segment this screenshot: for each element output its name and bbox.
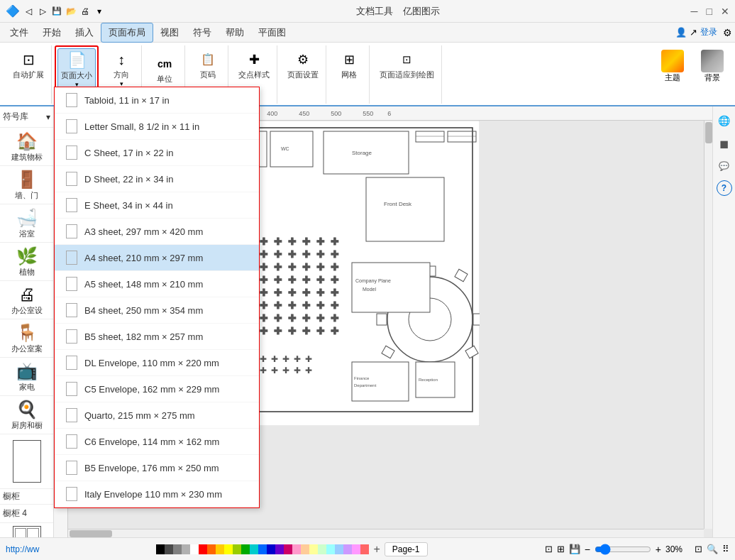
dropdown-item-letter-small[interactable]: Letter Small, 8 1/2 in × 11 in: [55, 114, 259, 140]
ribbon-btn-auto-expand[interactable]: ⊡ 自动扩展: [10, 48, 47, 82]
quick-open[interactable]: 📂: [65, 6, 77, 17]
menu-page-layout[interactable]: 页面布局: [101, 23, 153, 43]
right-panel-btn-2[interactable]: ◼: [716, 135, 733, 152]
fit-window-icon[interactable]: ⊡: [695, 544, 702, 554]
page-tab[interactable]: Page-1: [385, 542, 428, 556]
dropdown-item-c-sheet[interactable]: C Sheet, 17 in × 22 in: [55, 140, 259, 166]
close-button[interactable]: ✕: [721, 6, 729, 17]
color-cell[interactable]: [360, 544, 369, 554]
dropdown-item-b5-sheet[interactable]: B5 sheet, 182 mm × 257 mm: [55, 324, 259, 350]
color-cell[interactable]: [182, 544, 190, 554]
sidebar-item-building[interactable]: 🏠 建筑物标: [0, 128, 53, 166]
share-icon[interactable]: ↗: [690, 27, 697, 38]
color-cell[interactable]: [241, 544, 250, 554]
right-panel-btn-3[interactable]: 💬: [716, 158, 733, 175]
fit-page-icon-status[interactable]: ⊡: [545, 544, 553, 554]
dropdown-item-tabloid[interactable]: Tabloid, 11 in × 17 in: [55, 87, 259, 114]
sidebar-item-appliances[interactable]: 📺 家电: [0, 358, 53, 396]
quick-save[interactable]: 💾: [51, 6, 62, 17]
color-cell[interactable]: [326, 544, 335, 554]
scrollbar-horizontal[interactable]: [68, 529, 704, 537]
sidebar-item-wall-door[interactable]: 🚪 墙、门: [0, 166, 53, 204]
dropdown-item-b4-sheet[interactable]: B4 sheet, 250 mm × 354 mm: [55, 297, 259, 324]
color-cell[interactable]: [267, 544, 275, 554]
sidebar-item-office-equip[interactable]: 🖨 办公室设: [0, 281, 53, 319]
dropdown-item-a4-sheet[interactable]: A4 sheet, 210 mm × 297 mm: [55, 245, 259, 271]
sidebar-dropdown-icon[interactable]: ▾: [46, 112, 50, 122]
menu-view[interactable]: 视图: [153, 23, 186, 42]
scrollbar-vertical[interactable]: [704, 121, 712, 529]
ribbon-btn-page-code[interactable]: 📋 页码: [192, 48, 223, 82]
menu-floor-plan[interactable]: 平面图: [251, 23, 293, 42]
login-button[interactable]: 登录: [700, 26, 717, 38]
menu-insert[interactable]: 插入: [68, 23, 101, 42]
ribbon-btn-cross-style[interactable]: ✚ 交点样式: [236, 48, 272, 82]
color-cell[interactable]: [250, 544, 258, 554]
ribbon-btn-page-settings[interactable]: ⚙ 页面设置: [284, 48, 321, 82]
quick-undo[interactable]: ◁: [23, 6, 34, 17]
sidebar-item-plants[interactable]: 🌿 植物: [0, 243, 53, 281]
save-status-icon[interactable]: 💾: [569, 544, 580, 554]
right-panel-btn-help[interactable]: ?: [717, 180, 732, 196]
color-cell[interactable]: [233, 544, 241, 554]
color-cell[interactable]: [224, 544, 233, 554]
grid-status-icon[interactable]: ⊞: [557, 544, 565, 554]
color-cell[interactable]: [258, 544, 267, 554]
add-page-btn[interactable]: +: [373, 543, 380, 556]
login-icon[interactable]: 👤: [675, 27, 687, 38]
color-cell[interactable]: [335, 544, 343, 554]
color-cell[interactable]: [284, 544, 292, 554]
grid-dots-icon[interactable]: ⠿: [722, 544, 729, 554]
svg-text:✚: ✚: [331, 325, 339, 336]
menu-symbols[interactable]: 符号: [186, 23, 219, 42]
sidebar-item-office-furn[interactable]: 🪑 办公室案: [0, 319, 53, 358]
minimize-button[interactable]: ─: [691, 6, 698, 17]
dropdown-item-italy-envelope[interactable]: Italy Envelope 110 mm × 230 mm: [55, 481, 259, 507]
zoom-in-btn[interactable]: +: [656, 544, 661, 555]
color-cell[interactable]: [199, 544, 207, 554]
dropdown-item-e-sheet[interactable]: E Sheet, 34 in × 44 in: [55, 192, 259, 219]
quick-redo[interactable]: ▷: [37, 6, 48, 17]
color-cell[interactable]: [343, 544, 352, 554]
dropdown-item-dl-envelope[interactable]: DL Envelope, 110 mm × 220 mm: [55, 350, 259, 376]
color-cell[interactable]: [216, 544, 224, 554]
ribbon-btn-direction[interactable]: ↕ 方向 ▾: [106, 48, 137, 89]
color-cell[interactable]: [173, 544, 182, 554]
color-cell[interactable]: [318, 544, 326, 554]
dropdown-item-b5-envelope[interactable]: B5 Envelope, 176 mm × 250 mm: [55, 455, 259, 481]
menu-help[interactable]: 帮助: [219, 23, 251, 42]
sidebar-item-bathroom[interactable]: 🛁 浴室: [0, 204, 53, 243]
menu-start[interactable]: 开始: [35, 23, 68, 42]
color-cell[interactable]: [309, 544, 318, 554]
sidebar-item-kitchen[interactable]: 🍳 厨房和橱: [0, 396, 53, 434]
theme-button[interactable]: 主题: [656, 48, 690, 84]
color-cell[interactable]: [352, 544, 360, 554]
right-panel-btn-1[interactable]: 🌐: [716, 112, 733, 129]
dropdown-item-a5-sheet[interactable]: A5 sheet, 148 mm × 210 mm: [55, 271, 259, 297]
color-cell[interactable]: [292, 544, 301, 554]
quick-print[interactable]: 🖨: [79, 6, 91, 17]
menu-file[interactable]: 文件: [3, 23, 35, 42]
color-cell[interactable]: [165, 544, 173, 554]
dropdown-item-c5-envelope[interactable]: C5 Envelope, 162 mm × 229 mm: [55, 376, 259, 402]
color-cell[interactable]: [190, 544, 199, 554]
color-cell[interactable]: [275, 544, 284, 554]
dropdown-item-quarto[interactable]: Quarto, 215 mm × 275 mm: [55, 402, 259, 429]
dropdown-item-c6-envelope[interactable]: C6 Envelope, 114 mm × 162 mm: [55, 429, 259, 455]
ribbon-btn-page-size[interactable]: 📄 页面大小 ▾: [57, 48, 96, 90]
quick-more[interactable]: ▾: [94, 6, 105, 17]
color-cell[interactable]: [156, 544, 165, 554]
ribbon-btn-fit-page[interactable]: ⊡ 页面适应到绘图: [377, 48, 437, 82]
color-cell[interactable]: [301, 544, 309, 554]
settings-icon[interactable]: ⚙: [723, 27, 732, 38]
zoom-out-btn[interactable]: −: [585, 544, 590, 555]
dropdown-item-a3-sheet[interactable]: A3 sheet, 297 mm × 420 mm: [55, 219, 259, 245]
color-cell[interactable]: [207, 544, 216, 554]
status-url[interactable]: http://ww: [6, 544, 39, 554]
bg-button[interactable]: 背景: [695, 48, 729, 84]
dropdown-item-d-sheet[interactable]: D Sheet, 22 in × 34 in: [55, 166, 259, 192]
zoom-mode-icon[interactable]: 🔍: [707, 544, 718, 554]
maximize-button[interactable]: □: [707, 6, 712, 17]
zoom-slider[interactable]: [595, 544, 651, 555]
ribbon-btn-grid[interactable]: ⊞ 网格: [333, 48, 365, 82]
